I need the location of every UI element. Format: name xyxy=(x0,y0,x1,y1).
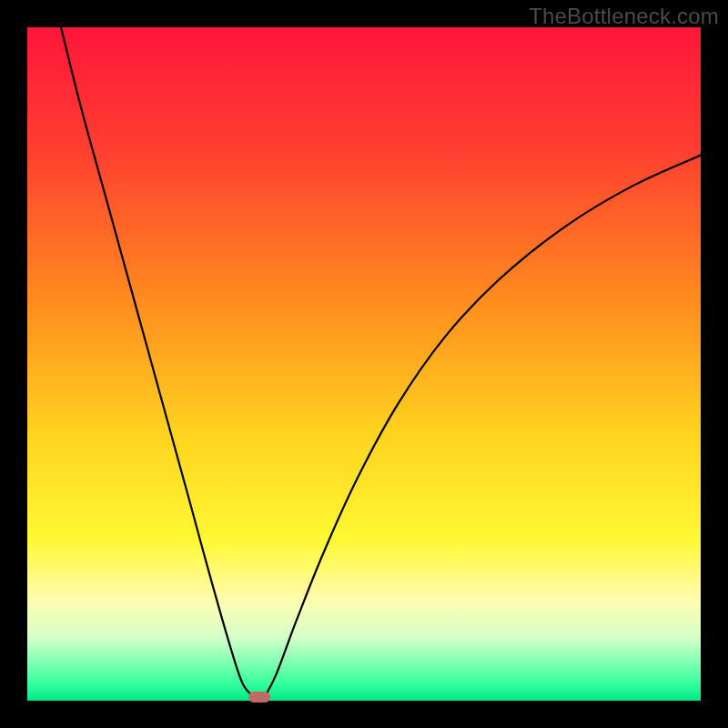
gradient-background xyxy=(27,27,701,701)
minimum-marker xyxy=(248,692,270,703)
plot-area xyxy=(27,27,701,701)
watermark-text: TheBottleneck.com xyxy=(529,4,719,29)
plot-svg xyxy=(27,27,701,701)
chart-frame: TheBottleneck.com xyxy=(0,0,728,728)
